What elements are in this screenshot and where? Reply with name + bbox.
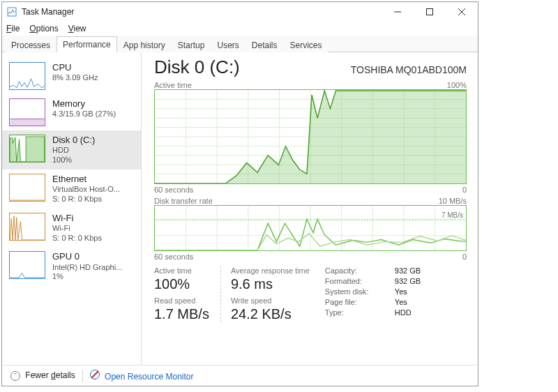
sidebar-wifi-title: Wi-Fi (52, 213, 102, 224)
kv-formatted-l: Formatted: (325, 277, 388, 285)
disk-model: TOSHIBA MQ01ABD100M (351, 64, 467, 75)
gpu-sparkline-icon (9, 251, 45, 279)
sidebar-eth-sub2: S: 0 R: 0 Kbps (52, 195, 120, 204)
memory-sparkline-icon (9, 98, 45, 126)
chart1-label-topright: 100% (447, 81, 467, 89)
app-icon (6, 6, 17, 17)
titlebar: Task Manager (2, 2, 478, 22)
main-panel: Disk 0 (C:) TOSHIBA MQ01ABD100M Active t… (142, 52, 478, 365)
kv-type-v: HDD (395, 308, 421, 317)
sidebar-item-disk0[interactable]: Disk 0 (C:) HDD 100% (2, 130, 141, 169)
chart1-label-topleft: Active time (154, 81, 192, 89)
tab-processes[interactable]: Processes (5, 37, 56, 52)
chart2-label-bottomleft: 60 seconds (154, 252, 193, 261)
disk-sparkline-icon (9, 135, 45, 163)
cpu-sparkline-icon (9, 62, 45, 90)
open-resource-monitor-link[interactable]: Open Resource Monitor (90, 370, 194, 382)
sidebar-item-wifi[interactable]: Wi-Fi Wi-Fi S: 0 R: 0 Kbps (2, 209, 141, 248)
ethernet-sparkline-icon (9, 174, 45, 202)
sidebar-item-memory[interactable]: Memory 4.3/15.9 GB (27%) (2, 94, 141, 130)
chart2-label-bottomright: 0 (462, 252, 467, 261)
menubar: File Options View (2, 22, 478, 36)
kv-capacity-v: 932 GB (395, 266, 421, 275)
sidebar-cpu-subtitle: 8% 3.09 GHz (52, 73, 98, 83)
performance-body: CPU 8% 3.09 GHz Memory 4.3/15.9 GB (27%) (2, 52, 478, 365)
sidebar-gpu-sub2: 1% (52, 272, 122, 282)
write-speed-label: Write speed (231, 296, 310, 305)
resource-monitor-icon (90, 370, 100, 379)
wifi-sparkline-icon (9, 213, 45, 241)
chart1-label-bottomleft: 60 seconds (154, 186, 193, 194)
sidebar-item-cpu[interactable]: CPU 8% 3.09 GHz (2, 58, 141, 94)
active-time-chart-wrap: Active time 100% 60 seconds 0 (154, 81, 467, 194)
fewer-details-button[interactable]: ˄ Fewer details (10, 370, 75, 381)
transfer-rate-chart-wrap: Disk transfer rate 10 MB/s 7 MB/s (154, 197, 467, 261)
kv-pagefile-l: Page file: (325, 298, 388, 306)
sidebar-eth-title: Ethernet (52, 174, 120, 185)
close-button[interactable] (446, 2, 478, 22)
svg-rect-2 (427, 9, 433, 15)
avg-resp-value: 9.6 ms (231, 275, 310, 292)
chart2-inner-label: 7 MB/s (442, 211, 463, 219)
tab-details[interactable]: Details (246, 37, 284, 52)
tab-strip: Processes Performance App history Startu… (2, 36, 478, 52)
footer: ˄ Fewer details Open Resource Monitor (2, 365, 478, 386)
tab-performance[interactable]: Performance (56, 36, 117, 52)
tab-app-history[interactable]: App history (117, 37, 172, 52)
sidebar-item-ethernet[interactable]: Ethernet VirtualBox Host-O... S: 0 R: 0 … (2, 169, 141, 209)
menu-options[interactable]: Options (29, 24, 58, 33)
svg-rect-5 (10, 119, 44, 126)
page-title: Disk 0 (C:) (154, 56, 240, 78)
footer-separator (82, 370, 83, 382)
window-title: Task Manager (22, 7, 74, 17)
sidebar-cpu-title: CPU (52, 62, 98, 73)
read-speed-label: Read speed (154, 296, 209, 305)
active-time-value: 100% (154, 275, 209, 292)
stats-row: Active time 100% Read speed 1.7 MB/s Ave… (154, 266, 467, 322)
minimize-button[interactable] (382, 2, 414, 22)
sidebar-gpu-title: GPU 0 (52, 251, 122, 262)
svg-marker-7 (10, 137, 44, 162)
tab-startup[interactable]: Startup (172, 37, 211, 52)
sidebar-disk-sub1: HDD (52, 146, 95, 156)
sidebar-wifi-sub2: S: 0 R: 0 Kbps (52, 234, 102, 243)
chevron-up-icon: ˄ (10, 371, 20, 381)
sidebar-memory-title: Memory (52, 98, 116, 110)
kv-type-l: Type: (325, 308, 388, 317)
sidebar-disk-sub2: 100% (52, 156, 95, 165)
sidebar-gpu-sub1: Intel(R) HD Graphi... (52, 263, 122, 273)
kv-sysdisk-v: Yes (395, 287, 421, 296)
sidebar-memory-subtitle: 4.3/15.9 GB (27%) (52, 110, 116, 119)
menu-view[interactable]: View (68, 24, 86, 33)
kv-pagefile-v: Yes (395, 298, 421, 306)
kv-capacity-l: Capacity: (325, 266, 388, 275)
active-time-label: Active time (154, 266, 209, 275)
write-speed-value: 24.2 KB/s (231, 305, 310, 322)
read-speed-value: 1.7 MB/s (154, 305, 209, 322)
disk-properties: Capacity:932 GB Formatted:932 GB System … (325, 266, 421, 317)
transfer-rate-chart[interactable]: 7 MB/s (154, 205, 467, 251)
task-manager-window: Task Manager File Options View Processes… (1, 1, 478, 386)
active-time-chart[interactable] (154, 89, 467, 184)
kv-sysdisk-l: System disk: (325, 287, 388, 296)
chart2-label-topright: 10 MB/s (439, 197, 467, 205)
menu-file[interactable]: File (6, 24, 20, 33)
tab-users[interactable]: Users (211, 37, 245, 52)
sidebar: CPU 8% 3.09 GHz Memory 4.3/15.9 GB (27%) (2, 52, 142, 365)
sidebar-eth-sub1: VirtualBox Host-O... (52, 185, 120, 195)
sidebar-item-gpu0[interactable]: GPU 0 Intel(R) HD Graphi... 1% (2, 247, 141, 286)
chart1-label-bottomright: 0 (462, 186, 467, 194)
tab-services[interactable]: Services (284, 37, 329, 52)
chart2-label-topleft: Disk transfer rate (154, 197, 213, 205)
maximize-button[interactable] (414, 2, 446, 22)
sidebar-disk-title: Disk 0 (C:) (52, 135, 95, 146)
kv-formatted-v: 932 GB (395, 277, 421, 285)
avg-resp-label: Average response time (231, 266, 310, 275)
sidebar-wifi-sub1: Wi-Fi (52, 224, 102, 234)
